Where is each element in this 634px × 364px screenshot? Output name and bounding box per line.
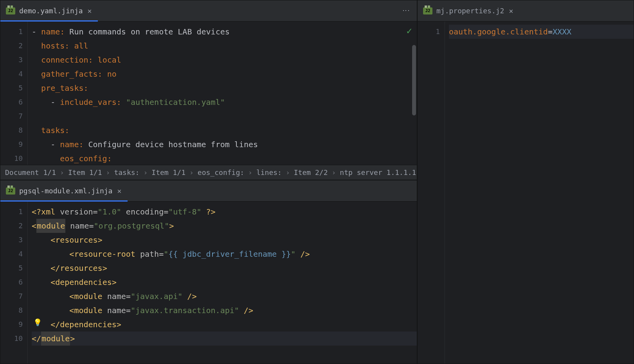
editor-area[interactable]: 1 oauth.google.clientid=XXXX: [418, 22, 634, 364]
editor-area[interactable]: 1 2 3 4 5 6 7 8 9 10 - name: Run command…: [0, 22, 417, 165]
tab-title: pgsql-module.xml.jinja: [19, 187, 112, 195]
breadcrumb-bar: Document 1/1› Item 1/1› tasks:› Item 1/1…: [0, 165, 417, 180]
editor-pane-yaml: J2 demo.yaml.jinja ✕ ⋮ 1 2 3 4 5 6 7 8 9…: [0, 0, 417, 180]
breadcrumb-item[interactable]: Item 1/1: [151, 168, 186, 177]
breadcrumb-item[interactable]: Item 1/1: [68, 168, 102, 177]
breadcrumb-item[interactable]: tasks:: [114, 168, 139, 177]
breadcrumb-item[interactable]: lines:: [256, 168, 282, 177]
breadcrumb-item[interactable]: Document 1/1: [5, 168, 56, 177]
jinja-file-icon: J2: [6, 187, 15, 195]
tab-bar: J2 pgsql-module.xml.jinja ✕: [0, 180, 417, 202]
scrollbar-thumb[interactable]: [412, 45, 416, 115]
tab-overflow-menu-icon[interactable]: ⋮: [396, 0, 417, 21]
close-icon[interactable]: ✕: [87, 7, 93, 15]
line-number-gutter: 1: [418, 22, 445, 364]
problems-ok-icon[interactable]: ✓: [407, 25, 412, 36]
editor-area[interactable]: 1 2 3 4 5 6 7 8 9 10 <?xml version="1.0"…: [0, 202, 417, 364]
editor-tab-pgsql-module[interactable]: J2 pgsql-module.xml.jinja ✕: [0, 180, 128, 201]
breadcrumb-item[interactable]: eos_config:: [198, 168, 244, 177]
editor-tab-mj-properties[interactable]: J2 mj.properties.j2 ✕: [418, 0, 519, 21]
editor-pane-properties: J2 mj.properties.j2 ✕ 1 oauth.google.cli…: [417, 0, 634, 364]
breadcrumb-item[interactable]: ntp server 1.1.1.1: [340, 168, 416, 177]
breadcrumb-item[interactable]: Item 2/2: [294, 168, 328, 177]
close-icon[interactable]: ✕: [508, 7, 514, 15]
line-number-gutter: 1 2 3 4 5 6 7 8 9 10: [0, 202, 28, 364]
tab-bar: J2 mj.properties.j2 ✕: [418, 0, 634, 22]
code-content[interactable]: - name: Run commands on remote LAB devic…: [28, 22, 417, 165]
code-content[interactable]: oauth.google.clientid=XXXX: [445, 22, 634, 364]
tab-title: demo.yaml.jinja: [19, 7, 83, 15]
intention-bulb-icon[interactable]: 💡: [33, 318, 43, 326]
code-content[interactable]: <?xml version="1.0" encoding="utf-8" ?> …: [28, 202, 417, 364]
editor-tab-demo-yaml[interactable]: J2 demo.yaml.jinja ✕: [0, 0, 98, 21]
app-root: J2 demo.yaml.jinja ✕ ⋮ 1 2 3 4 5 6 7 8 9…: [0, 0, 634, 364]
close-icon[interactable]: ✕: [116, 187, 122, 195]
jinja-file-icon: J2: [423, 7, 432, 14]
editor-pane-xml: J2 pgsql-module.xml.jinja ✕ 1 2 3 4 5 6 …: [0, 180, 417, 364]
tab-bar: J2 demo.yaml.jinja ✕ ⋮: [0, 0, 417, 22]
tab-title: mj.properties.j2: [436, 7, 504, 15]
jinja-file-icon: J2: [6, 7, 15, 14]
line-number-gutter: 1 2 3 4 5 6 7 8 9 10: [0, 22, 28, 165]
